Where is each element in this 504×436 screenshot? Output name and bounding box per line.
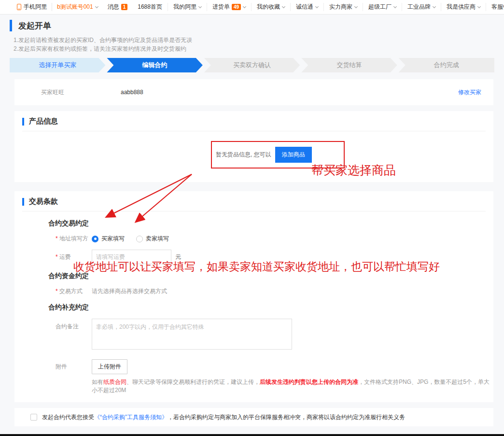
step-label: 编辑合约 (142, 61, 168, 70)
chevron-down-icon (282, 4, 285, 8)
nav-item-1688首页[interactable]: 1688首页 (132, 3, 168, 11)
step-label: 合约完成 (434, 61, 459, 70)
mobile-ali-entry[interactable]: 手机阿里 (12, 3, 52, 11)
agreement-card: 发起合约代表您接受《“合约采购”工具服务须知》，若合约采购约定与商家加入的平台保… (14, 408, 493, 426)
nav-item-label: 进货单 (212, 3, 230, 11)
nav-item-label: 我的收藏 (257, 3, 280, 11)
nav-item-badge: 49 (232, 4, 241, 10)
step-label: 买卖双方确认 (233, 61, 271, 70)
radio-option-label: 卖家填写 (146, 235, 169, 243)
buyer-wangwang-label: 买家旺旺 (14, 88, 121, 97)
nav-item-label: 工业品牌 (407, 3, 431, 11)
agreement-suffix: ，若合约采购约定与商家加入的平台保障服务相冲突，商家将以该合约约定为准履行相关义… (168, 414, 405, 421)
attachment-note-segment: 、聊天记录等保障交易顺利进行的凭证，建议上传， (126, 379, 260, 385)
step-买卖双方确认[interactable]: 买卖双方确认 (204, 58, 300, 72)
nav-item-label: 实力商家 (329, 3, 352, 11)
edit-buyer-link[interactable]: 修改买家 (458, 88, 493, 97)
remark-row: 合约备注 (56, 319, 493, 350)
topbar: 手机阿里 b测试账号001 消息 1 1688首页我的阿里进货单49我的收藏诚信… (0, 0, 504, 14)
step-合约完成[interactable]: 合约完成 (399, 58, 494, 72)
radio-option-买家填写[interactable]: 买家填写 (92, 235, 125, 243)
chevron-down-icon (315, 4, 319, 8)
account-menu[interactable]: b测试账号001 (52, 3, 103, 11)
remark-textarea[interactable] (92, 319, 292, 350)
nav-item-label: 诚信通 (296, 3, 313, 11)
radio-selected-icon[interactable] (92, 236, 98, 242)
pay-method-row: *交易方式 请先选择商品再选择交易方式 (56, 287, 493, 295)
attachment-note-segment: 后续发生违约判责以您上传的合同为准 (260, 379, 358, 385)
supplement-group-title: 合约补充约定 (48, 302, 493, 312)
product-info-card: 产品信息 暂无货品信息, 您可以 添加商品 (14, 111, 493, 182)
nav-item-我是供应商[interactable]: 我是供应商 (441, 3, 486, 11)
messages-badge: 1 (121, 4, 128, 10)
page-title: 发起开单 (18, 20, 51, 31)
main-content: 发起开单 1.发起前请检查被发起的买家ID、合约事项的约定及货品清单是否无误2.… (0, 19, 504, 436)
agreement-text: 发起合约代表您接受《“合约采购”工具服务须知》，若合约采购约定与商家加入的平台保… (42, 413, 405, 422)
messages-label: 消息 (108, 3, 119, 11)
instructions: 1.发起前请检查被发起的买家ID、合约事项的约定及货品清单是否无误2.发起后买家… (14, 36, 494, 53)
chevron-down-icon (243, 4, 246, 8)
agreement-prefix: 发起合约代表您接受 (42, 414, 94, 421)
messages-entry[interactable]: 消息 1 (103, 3, 133, 11)
terms-section-title: 交易条款 (29, 197, 58, 206)
product-section-header: 产品信息 (22, 111, 486, 131)
pay-method-label: *交易方式 (56, 287, 92, 295)
freight-input[interactable] (92, 250, 171, 264)
section-accent-bar (22, 118, 24, 126)
nav-item-客服中心[interactable]: 客服中心 (486, 3, 504, 11)
buyer-card: 买家旺旺 aabb888 修改买家 (14, 79, 493, 105)
section-accent-bar (22, 198, 24, 206)
nav-item-超级工厂[interactable]: 超级工厂 (363, 3, 402, 11)
chevron-down-icon (477, 4, 481, 8)
agreement-checkbox[interactable] (30, 414, 37, 421)
nav-item-label: 客服中心 (491, 3, 504, 11)
step-label: 交货结算 (336, 61, 362, 70)
address-filler-label: *地址填写方 (56, 235, 92, 243)
nav-item-进货单[interactable]: 进货单49 (207, 3, 251, 11)
nav-item-label: 超级工厂 (368, 3, 392, 11)
required-asterisk: * (56, 288, 58, 295)
attachment-note-segment: 纸质合同 (103, 379, 126, 385)
phone-icon (17, 4, 21, 10)
nav-item-诚信通[interactable]: 诚信通 (290, 3, 323, 11)
nav-item-实力商家[interactable]: 实力商家 (323, 3, 363, 11)
step-编辑合约[interactable]: 编辑合约 (107, 58, 202, 72)
required-asterisk: * (56, 253, 58, 260)
step-progress-bar: 选择开单买家编辑合约买卖双方确认交货结算合约完成 (10, 58, 494, 72)
attachment-note-segment: 如有 (92, 379, 103, 385)
instruction-line: 2.发起后买家有权签约或拒签，请关注买家签约情况并及时交货履约 (14, 44, 494, 53)
fund-group-title: 合约资金约定 (48, 271, 493, 281)
nav-item-label: 1688首页 (138, 3, 162, 11)
radio-option-label: 买家填写 (101, 235, 125, 243)
agreement-notice-link[interactable]: 《“合约采购”工具服务须知》 (94, 414, 168, 421)
empty-product-text: 暂无货品信息, 您可以 (216, 151, 271, 159)
nav-item-我的阿里[interactable]: 我的阿里 (168, 3, 207, 11)
bottom-edge-strip (0, 434, 504, 436)
step-label: 选择开单买家 (39, 61, 76, 70)
freight-unit: 元 (175, 253, 181, 261)
terms-section-header: 交易条款 (22, 191, 486, 211)
step-交货结算[interactable]: 交货结算 (301, 58, 397, 72)
upload-attachment-button[interactable]: 上传附件 (92, 359, 127, 374)
freight-row: *运费 元 (56, 250, 493, 264)
nav-item-我的收藏[interactable]: 我的收藏 (251, 3, 290, 11)
pay-method-hint: 请先选择商品再选择交易方式 (92, 287, 167, 295)
chevron-down-icon (95, 4, 98, 8)
chevron-down-icon (354, 4, 358, 8)
nav-item-工业品牌[interactable]: 工业品牌 (402, 3, 441, 11)
attachment-note: 如有纸质合同、聊天记录等保障交易顺利进行的凭证，建议上传，后续发生违约判责以您上… (92, 378, 493, 394)
topbar-left: 手机阿里 b测试账号001 消息 1 (12, 3, 132, 11)
chevron-down-icon (393, 4, 397, 8)
radio-unselected-icon[interactable] (136, 236, 143, 242)
page-title-row: 发起开单 (10, 19, 494, 32)
freight-label: *运费 (56, 253, 92, 261)
radio-option-卖家填写[interactable]: 卖家填写 (136, 235, 169, 243)
instruction-line: 1.发起前请检查被发起的买家ID、合约事项的约定及货品清单是否无误 (14, 36, 494, 44)
address-filler-row: *地址填写方 买家填写卖家填写 (56, 235, 493, 243)
top-navigation: 1688首页我的阿里进货单49我的收藏诚信通实力商家超级工厂工业品牌我是供应商客… (132, 3, 504, 11)
chevron-down-icon (198, 4, 202, 8)
add-product-button[interactable]: 添加商品 (275, 147, 312, 163)
address-filler-options: 买家填写卖家填写 (92, 235, 169, 243)
step-选择开单买家[interactable]: 选择开单买家 (10, 58, 105, 72)
title-accent-bar (10, 20, 12, 31)
